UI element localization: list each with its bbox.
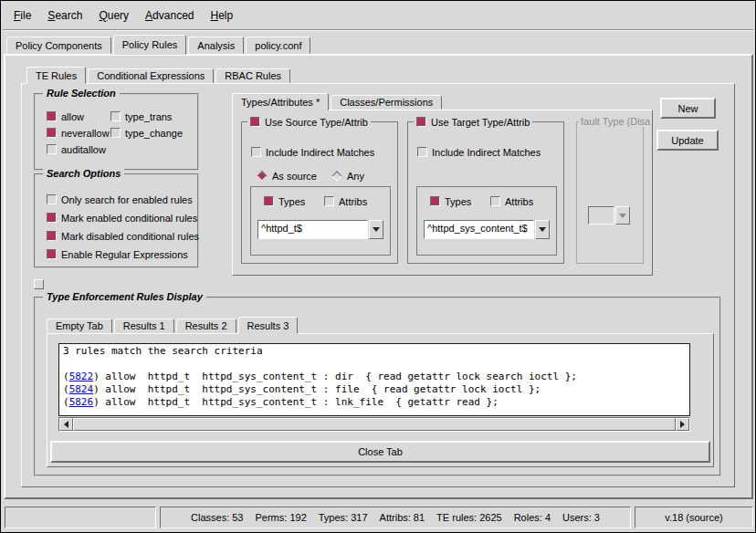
chevron-down-icon: [373, 227, 380, 232]
default-type-group: fault Type (Disa: [576, 121, 644, 264]
checkbox-use-source-type[interactable]: Use Source Type/Attrib: [247, 116, 371, 128]
checkbox-source-types[interactable]: Types: [264, 195, 305, 207]
new-button[interactable]: New: [660, 98, 716, 119]
te-rules-display-title: Type Enforcement Rules Display: [43, 291, 206, 302]
source-combo-dropdown-button[interactable]: [369, 220, 383, 239]
rules-tab-bar: TE Rules Conditional Expressions RBAC Ru…: [26, 66, 292, 83]
scroll-right-button[interactable]: [676, 418, 689, 431]
tab-analysis[interactable]: Analysis: [188, 37, 244, 54]
checkbox-label: Use Source Type/Attrib: [265, 117, 368, 128]
checkbox-label: auditallow: [61, 144, 106, 155]
rule-id-link[interactable]: 5824: [69, 383, 94, 395]
checkbox-indicator: [47, 249, 57, 259]
checkbox-label: type_change: [125, 128, 183, 139]
default-combo-dropdown-button: [615, 206, 630, 225]
menu-query[interactable]: Query: [91, 6, 136, 25]
tab-empty[interactable]: Empty Tab: [47, 319, 112, 333]
version-label: v.18 (source): [665, 512, 722, 523]
tab-results-1[interactable]: Results 1: [114, 319, 174, 333]
tab-te-rules[interactable]: TE Rules: [26, 67, 86, 84]
checkbox-label: Types: [445, 196, 471, 207]
paren: (: [63, 383, 69, 395]
paren: ): [93, 371, 100, 382]
rule-selection-group: Rule Selection allow neverallow auditall…: [34, 93, 199, 171]
checkbox-type-change[interactable]: type_change: [110, 127, 183, 139]
menu-file[interactable]: File: [6, 6, 38, 25]
target-combo-dropdown-button[interactable]: [535, 220, 550, 239]
checkbox-indicator: [416, 117, 426, 127]
checkbox-indicator: [490, 196, 500, 206]
statusbar-left: [5, 507, 156, 528]
paren: ): [93, 383, 100, 395]
target-types-attribs-box: Types Attribs ^httpd_sys_content_t$: [416, 186, 557, 256]
tab-results-2[interactable]: Results 2: [176, 319, 236, 333]
checkbox-mark-enabled-conditional[interactable]: Mark enabled conditional rules: [47, 212, 197, 224]
checkbox-target-types[interactable]: Types: [430, 195, 471, 207]
scrollbar-thumb[interactable]: [73, 418, 676, 431]
checkbox-label: allow: [61, 111, 84, 122]
tab-policy-components[interactable]: Policy Components: [6, 37, 111, 54]
source-type-group: Use Source Type/Attrib Include Indirect …: [241, 121, 398, 264]
menubar-separator: [3, 29, 753, 31]
tab-conditional-expressions[interactable]: Conditional Expressions: [88, 68, 214, 83]
tab-policy-rules[interactable]: Policy Rules: [113, 35, 187, 55]
checkbox-auditallow[interactable]: auditallow: [47, 143, 106, 155]
checkbox-source-attribs[interactable]: Attribs: [324, 195, 367, 207]
checkbox-target-attribs[interactable]: Attribs: [490, 195, 533, 207]
checkbox-indicator: [110, 128, 121, 138]
menu-help[interactable]: Help: [203, 6, 240, 25]
tab-types-attributes[interactable]: Types/Attributes *: [232, 93, 329, 110]
rule-id-link[interactable]: 5826: [69, 396, 94, 408]
statusbar-version: v.18 (source): [635, 507, 753, 528]
tab-rbac-rules[interactable]: RBAC Rules: [215, 68, 290, 83]
checkbox-label: Mark disabled conditional rules: [61, 231, 199, 242]
paren: ): [93, 396, 100, 408]
scroll-left-button[interactable]: [59, 418, 73, 431]
tab-policy-conf[interactable]: policy.conf: [246, 37, 310, 54]
checkbox-use-target-type[interactable]: Use Target Type/Attrib: [414, 116, 532, 128]
menu-search[interactable]: Search: [40, 6, 89, 25]
checkbox-indicator: [47, 194, 57, 204]
checkbox-target-indirect-matches[interactable]: Include Indirect Matches: [417, 146, 541, 158]
menubar: File Search Query Advanced Help: [3, 3, 753, 28]
rule-id-link[interactable]: 5822: [69, 371, 94, 382]
checkbox-label: Include Indirect Matches: [266, 147, 374, 158]
radio-as-source[interactable]: As source: [257, 170, 317, 182]
tab-classes-permissions[interactable]: Classes/Permissions: [331, 95, 442, 110]
checkbox-label: neverallow: [61, 128, 110, 139]
source-type-combo: ^httpd_t$: [257, 220, 383, 239]
rule-text: allow httpd_t httpd_sys_content_t : lnk_…: [100, 396, 499, 408]
stat-roles: Roles: 4: [514, 512, 551, 523]
results-tab-bar: Empty Tab Results 1 Results 2 Results 3: [47, 317, 299, 333]
radio-label: As source: [272, 171, 317, 182]
result-rule: (5826) allow httpd_t httpd_sys_content_t…: [63, 396, 686, 409]
checkbox-indicator: [430, 196, 440, 206]
close-tab-button[interactable]: Close Tab: [50, 441, 710, 463]
checkbox-neverallow[interactable]: neverallow: [47, 127, 110, 139]
target-type-combo-value[interactable]: ^httpd_sys_content_t$: [424, 220, 534, 239]
chevron-down-icon: [539, 227, 546, 232]
tab-results-3[interactable]: Results 3: [238, 317, 299, 334]
radio-any[interactable]: Any: [331, 170, 364, 182]
checkbox-indicator: [251, 147, 261, 157]
checkbox-enable-regex[interactable]: Enable Regular Expressions: [47, 248, 188, 260]
main-tab-bar: Policy Components Policy Rules Analysis …: [6, 35, 312, 54]
results-text-area[interactable]: 3 rules match the search criteria (5822)…: [58, 343, 690, 416]
checkbox-allow[interactable]: allow: [47, 110, 84, 122]
default-type-combo: [588, 206, 630, 225]
chevron-down-icon: [619, 214, 626, 218]
checkbox-indicator: [47, 213, 57, 223]
search-options-title: Search Options: [43, 168, 124, 179]
checkbox-mark-disabled-conditional[interactable]: Mark disabled conditional rules: [47, 230, 199, 242]
source-type-combo-value[interactable]: ^httpd_t$: [257, 220, 368, 239]
menu-advanced[interactable]: Advanced: [138, 6, 201, 25]
update-button[interactable]: Update: [656, 130, 719, 151]
horizontal-scrollbar[interactable]: [58, 417, 690, 432]
checkbox-type-trans[interactable]: type_trans: [110, 110, 172, 122]
checkbox-only-enabled-rules[interactable]: Only search for enabled rules: [47, 193, 193, 205]
checkbox-label: Enable Regular Expressions: [61, 249, 188, 260]
checkbox-source-indirect-matches[interactable]: Include Indirect Matches: [251, 146, 374, 158]
stat-te-rules: TE rules: 2625: [436, 512, 502, 523]
source-types-attribs-box: Types Attribs ^httpd_t$: [250, 186, 391, 256]
pane-sash-handle[interactable]: [34, 279, 44, 289]
